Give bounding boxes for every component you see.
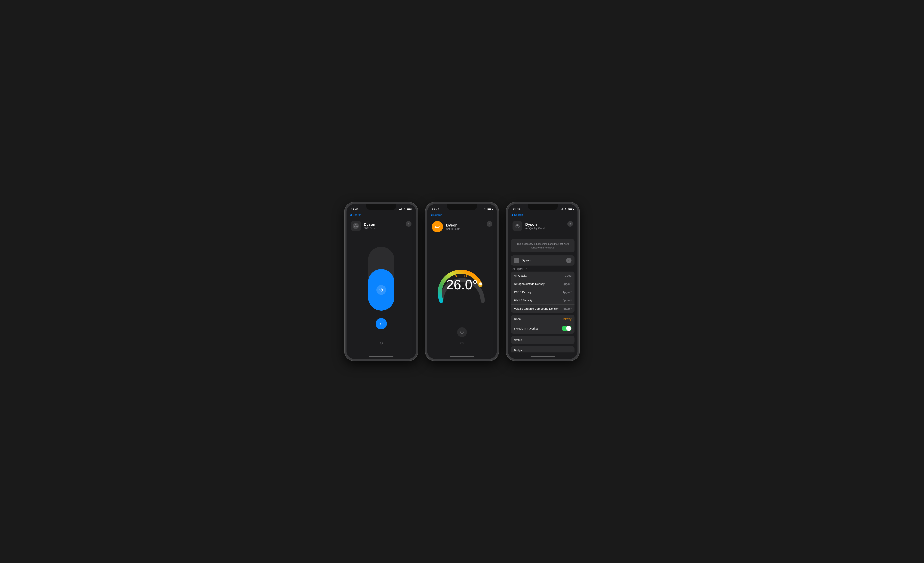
favorites-toggle[interactable] xyxy=(562,326,572,331)
svg-point-5 xyxy=(479,283,482,286)
air-quality-title: AIR QUALITY xyxy=(511,268,574,271)
back-button[interactable]: ◀ Search xyxy=(511,213,523,217)
pm10-row: PM10 Density 1μg/m³ xyxy=(511,288,574,296)
air-quality-section: AIR QUALITY Air Quality Good Nitrogen di… xyxy=(511,268,574,313)
signal-icon xyxy=(560,208,563,210)
temperature-badge: 23.0° xyxy=(432,221,443,232)
pm10-value: 1μg/m³ xyxy=(562,290,572,294)
favorites-label: Include in Favorites xyxy=(514,327,538,330)
nav-bar: ◀ Search xyxy=(427,213,497,218)
no2-label: Nitrogen dioxide Density xyxy=(514,282,544,286)
voc-row: Volatile Organic Compound Density 4μg/m³ xyxy=(511,305,574,313)
power-icon: ⏻ xyxy=(380,288,383,292)
room-row[interactable]: Room Hallway xyxy=(511,315,574,323)
name-card: Dyson × xyxy=(511,255,574,265)
status-bar: 12:45 xyxy=(427,204,497,213)
settings-button[interactable]: ⚙ xyxy=(351,341,411,349)
device-header: 23.0° Dyson Set to 26.0° × xyxy=(432,221,492,232)
bridge-section: Bridge › xyxy=(511,346,574,352)
favorites-row: Include in Favorites xyxy=(511,323,574,334)
screen3-header: Dyson Air Quality Good × xyxy=(508,218,578,238)
warning-message: This accessory is not certified and may … xyxy=(511,239,574,252)
pm25-row: PM2.5 Density 0μg/m³ xyxy=(511,296,574,305)
home-indicator xyxy=(346,352,416,359)
device-header: Dyson Air Quality Good × xyxy=(513,221,573,231)
fan-slider-fill: ⏻ xyxy=(368,269,394,311)
pm25-value: 0μg/m³ xyxy=(562,299,572,302)
bridge-row[interactable]: Bridge › xyxy=(511,346,574,352)
device-subtitle: Set to 26.0° xyxy=(446,228,460,231)
phone-fan-speed: 12:45 xyxy=(345,202,418,361)
status-card: Status › xyxy=(511,336,574,344)
room-favorites-section: Room Hallway Include in Favorites xyxy=(511,315,574,334)
room-value: Hallway xyxy=(561,317,572,320)
status-icons xyxy=(479,208,492,211)
device-subtitle: 50% Speed xyxy=(364,227,377,230)
air-quality-label: Air Quality xyxy=(514,274,527,277)
voc-label: Volatile Organic Compound Density xyxy=(514,307,558,310)
battery-icon xyxy=(407,208,411,210)
status-time: 12:45 xyxy=(513,208,520,211)
battery-icon xyxy=(568,208,573,210)
status-bar: 12:45 xyxy=(508,204,578,213)
device-icon xyxy=(351,221,361,231)
power-icon: ⏻ xyxy=(460,330,464,334)
back-button[interactable]: ◀ Search xyxy=(430,213,442,217)
chevron-icon: › xyxy=(570,349,572,352)
bridge-card: Bridge › xyxy=(511,346,574,352)
air-quality-value: Good xyxy=(564,274,572,277)
device-name: Dyson xyxy=(525,222,544,227)
close-button[interactable]: × xyxy=(406,221,411,227)
bridge-label: Bridge xyxy=(514,349,522,352)
close-button[interactable]: × xyxy=(487,221,492,227)
settings-icon: ⚙ xyxy=(380,341,383,346)
settings-button[interactable]: ⚙ xyxy=(432,341,492,349)
direction-icon: ‹ › xyxy=(380,322,382,325)
fan-speed-slider[interactable]: ⏻ xyxy=(368,247,394,311)
no2-row: Nitrogen dioxide Density 2μg/m³ xyxy=(511,280,574,288)
signal-icon xyxy=(398,208,402,210)
name-row[interactable]: Dyson × xyxy=(511,255,574,265)
wifi-icon xyxy=(564,208,567,211)
chevron-icon: › xyxy=(570,338,572,341)
phone-temperature: 12:45 xyxy=(425,202,499,361)
room-label: Room xyxy=(514,317,522,320)
air-quality-row: Air Quality Good xyxy=(511,271,574,280)
fan-slider-container: ⏻ ‹ › xyxy=(351,235,411,341)
svg-point-2 xyxy=(356,223,357,225)
status-row[interactable]: Status › xyxy=(511,336,574,344)
name-section: Dyson × xyxy=(511,255,574,265)
phone-air-quality: 12:45 xyxy=(506,202,579,361)
device-info: Dyson 50% Speed xyxy=(364,222,377,230)
power-button-temp[interactable]: ⏻ xyxy=(457,327,467,337)
temperature-gauge[interactable]: SET TO 26.0° xyxy=(432,241,492,323)
nav-bar: ◀ Search xyxy=(346,213,416,218)
status-time: 12:45 xyxy=(432,208,439,211)
wifi-icon xyxy=(483,208,486,211)
device-info: Dyson Air Quality Good xyxy=(525,222,544,230)
direction-button[interactable]: ‹ › xyxy=(376,318,387,329)
nav-bar: ◀ Search xyxy=(508,213,578,218)
settings-icon: ⚙ xyxy=(460,341,464,346)
status-section: Status › xyxy=(511,336,574,344)
signal-icon xyxy=(479,208,482,210)
device-header: Dyson 50% Speed × xyxy=(351,221,411,231)
name-icon xyxy=(514,258,519,263)
home-indicator xyxy=(427,352,497,359)
status-icons xyxy=(560,208,573,211)
power-button-fan[interactable]: ⏻ xyxy=(376,285,386,295)
device-name: Dyson xyxy=(446,223,460,228)
close-button[interactable]: × xyxy=(567,221,573,227)
device-name: Dyson xyxy=(364,222,377,227)
gauge-value: 26.0° xyxy=(446,278,478,292)
device-name-label: Dyson xyxy=(522,259,564,262)
pm25-label: PM2.5 Density xyxy=(514,299,532,302)
room-favorites-card: Room Hallway Include in Favorites xyxy=(511,315,574,334)
toggle-thumb xyxy=(566,326,571,331)
status-time: 12:45 xyxy=(351,208,358,211)
home-indicator xyxy=(508,352,578,359)
back-button[interactable]: ◀ Search xyxy=(350,213,362,217)
battery-icon xyxy=(488,208,492,210)
gauge-display: SET TO 26.0° xyxy=(446,274,478,292)
clear-name-button[interactable]: × xyxy=(566,258,572,263)
